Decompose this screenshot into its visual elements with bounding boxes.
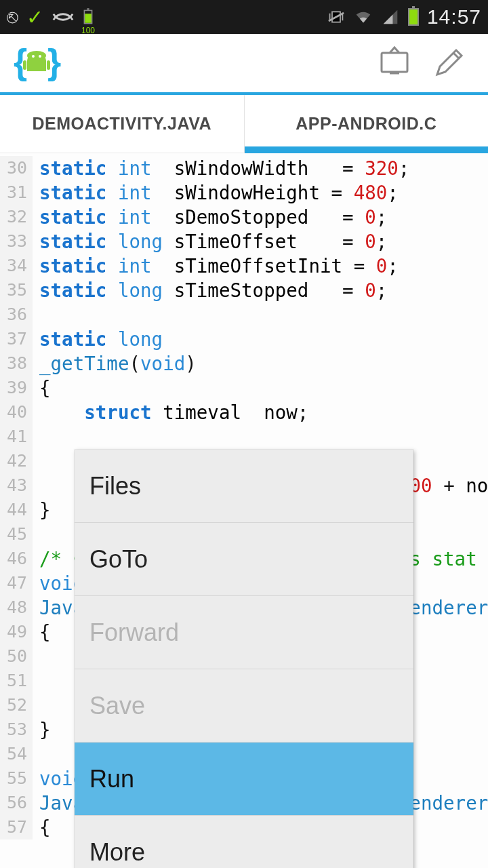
code-line[interactable]: 38_getTime(void) [0,351,488,376]
check-icon: ✓ [26,5,43,29]
file-tabs: DEMOACTIVITY.JAVA APP-ANDROID.C [0,95,488,153]
line-number: 57 [0,815,33,840]
line-number: 35 [0,278,33,302]
svg-rect-4 [27,51,46,60]
line-number: 37 [0,327,33,351]
tab-label: APP-ANDROID.C [296,114,436,134]
line-number: 34 [0,254,33,278]
code-content: static int sWindowWidth = 320; [33,156,488,180]
line-number: 53 [0,717,33,742]
usb-icon: ⎋ [7,6,18,28]
line-number: 46 [0,547,33,571]
svg-rect-3 [27,60,46,71]
code-line[interactable]: 39{ [0,376,488,400]
share-screen-button[interactable] [367,39,422,87]
code-content [33,302,488,327]
line-number: 30 [0,156,33,180]
svg-rect-8 [47,60,50,70]
line-number: 33 [0,229,33,254]
menu-item-run[interactable]: Run [75,743,413,816]
menu-item-label: GoTo [89,545,148,574]
line-number: 41 [0,425,33,449]
svg-rect-9 [382,53,407,72]
line-number: 47 [0,571,33,595]
code-content: { [33,376,488,400]
code-line[interactable]: 34static int sTimeOffsetInit = 0; [0,254,488,278]
svg-rect-7 [23,60,26,70]
code-content: static int sTimeOffsetInit = 0; [33,254,488,278]
code-editor[interactable]: 30static int sWindowWidth = 320;31static… [0,153,488,868]
line-number: 55 [0,766,33,791]
edit-button[interactable] [422,39,476,87]
svg-point-6 [39,55,41,58]
code-content: _getTime(void) [33,351,488,376]
code-line[interactable]: 35static long sTimeStopped = 0; [0,278,488,302]
battery-right-icon [408,8,419,26]
line-number: 36 [0,302,33,327]
line-number: 50 [0,644,33,669]
menu-item-label: Run [89,765,134,793]
line-number: 44 [0,498,33,522]
line-number: 31 [0,180,33,205]
line-number: 52 [0,693,33,717]
code-line[interactable]: 30static int sWindowWidth = 320; [0,156,488,180]
context-menu: FilesGoToForwardSaveRunMore [75,450,413,868]
sync-icon [52,9,75,25]
code-content: static long [33,327,488,351]
code-line[interactable]: 41 [0,425,488,449]
menu-item-label: Save [89,692,145,720]
menu-item-more[interactable]: More [75,816,413,868]
menu-item-label: More [89,838,145,867]
status-time: 14:57 [427,5,481,28]
app-logo-icon: { } [12,37,61,89]
line-number: 48 [0,595,33,620]
code-line[interactable]: 32static int sDemoStopped = 0; [0,205,488,229]
line-number: 54 [0,742,33,766]
line-number: 56 [0,791,33,815]
cell-signal-icon [381,9,400,25]
line-number: 39 [0,376,33,400]
line-number: 51 [0,669,33,693]
line-number: 40 [0,400,33,425]
code-content: static int sWindowHeight = 480; [33,180,488,205]
menu-item-label: Forward [89,618,179,647]
code-line[interactable]: 33static long sTimeOffset = 0; [0,229,488,254]
line-number: 43 [0,473,33,498]
line-number: 45 [0,522,33,547]
menu-item-files[interactable]: Files [75,450,413,523]
battery-left-icon: 100 [83,8,94,26]
tab-label: DEMOACTIVITY.JAVA [32,114,211,134]
code-content: struct timeval now; [33,400,488,425]
code-line[interactable]: 31static int sWindowHeight = 480; [0,180,488,205]
code-content: static long sTimeStopped = 0; [33,278,488,302]
code-line[interactable]: 40 struct timeval now; [0,400,488,425]
code-content [33,425,488,449]
tab-app-android-c[interactable]: APP-ANDROID.C [244,95,489,153]
vibrate-icon [327,9,346,25]
app-action-bar: { } [0,34,488,95]
svg-point-5 [32,55,35,58]
line-number: 32 [0,205,33,229]
wifi-icon [354,9,373,25]
menu-item-goto[interactable]: GoTo [75,523,413,596]
code-content: static long sTimeOffset = 0; [33,229,488,254]
line-number: 38 [0,351,33,376]
tab-demoactivity-java[interactable]: DEMOACTIVITY.JAVA [0,95,244,153]
menu-item-save: Save [75,669,413,743]
line-number: 42 [0,449,33,473]
menu-item-label: Files [89,472,141,500]
menu-item-forward: Forward [75,596,413,669]
code-line[interactable]: 36 [0,302,488,327]
code-content: static int sDemoStopped = 0; [33,205,488,229]
line-number: 49 [0,620,33,644]
code-line[interactable]: 37static long [0,327,488,351]
android-status-bar: ⎋ ✓ 100 14:57 [0,0,488,34]
